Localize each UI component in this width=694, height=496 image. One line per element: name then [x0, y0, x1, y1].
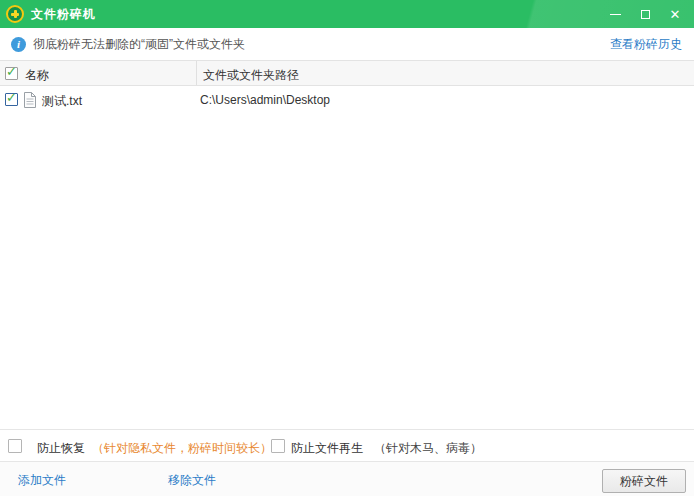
add-files-button[interactable]: 添加文件 [18, 472, 66, 489]
document-icon [23, 92, 36, 111]
shredder-app-icon [6, 5, 24, 23]
app-icon-plus-vertical [14, 10, 17, 18]
file-shredder-window: 文件粉碎机 ✕ i 彻底粉碎无法删除的“顽固”文件或文件夹 查看粉碎历史 ✓ 名… [0, 0, 694, 496]
column-separator [196, 61, 197, 85]
minimize-button[interactable] [600, 0, 630, 28]
shred-files-button[interactable]: 粉碎文件 [602, 469, 686, 493]
info-circle-icon: i [11, 37, 26, 52]
window-controls: ✕ [600, 0, 690, 28]
view-shred-history-link[interactable]: 查看粉碎历史 [610, 36, 682, 53]
check-icon: ✓ [6, 65, 17, 78]
window-title: 文件粉碎机 [31, 6, 96, 23]
titlebar[interactable]: 文件粉碎机 ✕ [0, 0, 694, 28]
prevent-recovery-note: （针对隐私文件，粉碎时间较长） [92, 440, 272, 457]
options-row: 防止恢复 （针对隐私文件，粉碎时间较长） 防止文件再生 （针对木马、病毒） [0, 429, 694, 461]
close-icon: ✕ [670, 8, 681, 21]
select-all-checkbox[interactable]: ✓ [5, 67, 18, 80]
check-icon: ✓ [6, 91, 17, 104]
column-header-name[interactable]: 名称 [25, 67, 49, 84]
table-header: ✓ 名称 文件或文件夹路径 [0, 60, 694, 86]
table-row[interactable]: ✓ 测试.txt C:\Users\admin\Desktop [0, 87, 694, 113]
prevent-regeneration-note: （针对木马、病毒） [374, 440, 482, 457]
close-button[interactable]: ✕ [660, 0, 690, 28]
prevent-regeneration-label[interactable]: 防止文件再生 [291, 440, 363, 457]
info-text: 彻底粉碎无法删除的“顽固”文件或文件夹 [33, 36, 245, 53]
maximize-button[interactable] [630, 0, 660, 28]
minimize-icon [610, 14, 621, 15]
info-bar: i 彻底粉碎无法删除的“顽固”文件或文件夹 查看粉碎历史 [0, 28, 694, 60]
prevent-recovery-checkbox[interactable] [8, 439, 22, 453]
maximize-icon [641, 10, 650, 19]
row-file-name: 测试.txt [42, 93, 82, 110]
remove-files-button[interactable]: 移除文件 [168, 472, 216, 489]
row-checkbox[interactable]: ✓ [5, 93, 18, 106]
column-header-path[interactable]: 文件或文件夹路径 [203, 67, 299, 84]
prevent-recovery-label[interactable]: 防止恢复 [37, 440, 85, 457]
footer-bar: 添加文件 移除文件 粉碎文件 [0, 461, 694, 496]
prevent-regeneration-checkbox[interactable] [271, 439, 285, 453]
row-file-path: C:\Users\admin\Desktop [200, 93, 330, 107]
